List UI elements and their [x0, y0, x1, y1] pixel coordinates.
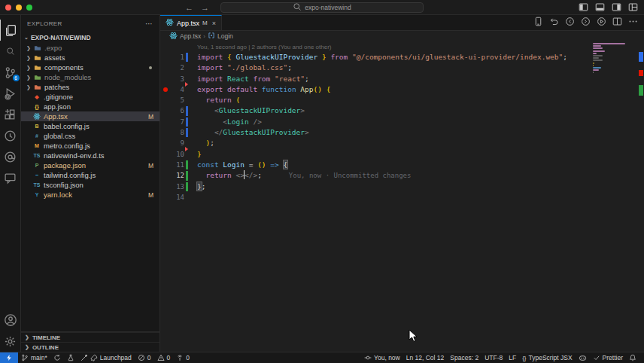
file-tree-item--gitignore[interactable]: ◆.gitignore [21, 92, 159, 102]
command-center-search[interactable]: expo-nativewind [220, 2, 424, 13]
code-line-8[interactable]: 8 </GluestackUIProvider> [160, 127, 644, 138]
file-tree-item-yarn-lock[interactable]: Yyarn.lockM [21, 190, 159, 200]
search-icon[interactable] [0, 41, 21, 62]
glyph-margin[interactable] [160, 160, 170, 170]
run-debug-icon[interactable] [0, 83, 21, 104]
glyph-margin[interactable] [160, 138, 170, 148]
file-tree-item-metro-config-js[interactable]: Mmetro.config.js [21, 141, 159, 151]
status-remote-indicator[interactable] [0, 352, 18, 363]
minimap[interactable] [593, 43, 626, 77]
explorer-icon[interactable] [0, 20, 21, 41]
live-preview-icon[interactable] [0, 125, 21, 146]
tab-app-tsx[interactable]: App.tsx M × [160, 15, 222, 30]
file-tree-item--expo[interactable]: ❯.expo [21, 43, 159, 53]
workspace-folder-header[interactable]: ⌄ EXPO-NATIVEWIND [21, 32, 159, 43]
file-tree-item-global-css[interactable]: #global.css [21, 131, 159, 141]
glyph-margin[interactable] [160, 149, 170, 160]
code-line-2[interactable]: 2import "./global.css"; [160, 63, 644, 73]
zoom-window-button[interactable] [26, 5, 32, 11]
status-problems-errors[interactable]: 0 [135, 352, 154, 363]
breadcrumb-symbol[interactable]: Login [217, 32, 233, 40]
file-tree-item-tailwind-config-js[interactable]: ~tailwind.config.js [21, 170, 159, 180]
toggle-primary-sidebar-icon[interactable] [579, 2, 588, 12]
discard-changes-icon[interactable] [549, 16, 559, 29]
status-eol[interactable]: LF [506, 352, 519, 363]
file-type-icon: P [33, 162, 41, 169]
source-control-icon[interactable]: 6 [0, 62, 21, 83]
status-gitlens-blame[interactable]: You, now [361, 352, 403, 363]
code-line-3[interactable]: 3import React from "react"; [160, 74, 644, 84]
extensions-icon[interactable] [0, 104, 21, 125]
code-line-1[interactable]: 1import { GluestackUIProvider } from "@/… [160, 52, 644, 63]
glyph-margin[interactable] [160, 95, 170, 105]
file-tree-item-babel-config-js[interactable]: Bbabel.config.js [21, 121, 159, 131]
code-line-11[interactable]: 11const Login = () => { [160, 160, 644, 170]
glyph-margin[interactable] [160, 182, 170, 192]
accounts-icon[interactable] [0, 310, 21, 331]
status-launchpad[interactable]: Launchpad [77, 352, 135, 363]
code-line-13[interactable]: 13}; [160, 182, 644, 192]
tab-close-icon[interactable]: × [212, 20, 216, 27]
glyph-margin[interactable] [160, 105, 170, 116]
glyph-margin[interactable] [160, 117, 170, 127]
file-tree-item-app-tsx[interactable]: App.tsxM [21, 111, 159, 121]
status-sync-changes[interactable] [50, 352, 64, 363]
settings-gear-icon[interactable] [0, 331, 21, 352]
section-outline[interactable]: ❯OUTLINE [21, 342, 159, 352]
glyph-margin[interactable] [160, 170, 170, 181]
file-tree-item-patches[interactable]: ❯patches [21, 82, 159, 92]
split-editor-icon[interactable] [612, 16, 622, 29]
file-tree-item-package-json[interactable]: Ppackage.jsonM [21, 160, 159, 170]
status-formatter-prettier[interactable]: Prettier [590, 352, 626, 363]
glyph-margin[interactable] [160, 127, 170, 138]
code-line-9[interactable]: 9 ); [160, 138, 644, 148]
history-back-button[interactable]: ← [185, 3, 193, 12]
copilot-chat-icon[interactable] [0, 146, 21, 167]
section-timeline[interactable]: ❯TIMELINE [21, 332, 159, 342]
go-back-icon[interactable] [565, 16, 575, 29]
code-line-12[interactable]: 12 return <></>;You, now · Uncommitted c… [160, 170, 644, 181]
close-window-button[interactable] [5, 5, 11, 11]
code-line-14[interactable]: 14 [160, 192, 644, 203]
code-line-6[interactable]: 6 <GluestackUIProvider> [160, 105, 644, 116]
code-line-5[interactable]: 5 return ( [160, 95, 644, 105]
run-on-device-icon[interactable] [533, 16, 543, 29]
run-file-icon[interactable] [597, 16, 606, 29]
breadcrumb-file[interactable]: App.tsx [180, 32, 201, 40]
file-tree-item-assets[interactable]: ❯assets [21, 53, 159, 63]
remote-explorer-icon[interactable] [0, 167, 21, 188]
file-tree-item-node-modules[interactable]: ❯node_modules [21, 72, 159, 82]
status-git-branch[interactable]: main* [18, 352, 50, 363]
more-actions-icon[interactable] [628, 16, 638, 29]
code-line-7[interactable]: 7 <Login /> [160, 117, 644, 127]
status-problems-warnings[interactable]: 0 [154, 352, 174, 363]
file-tree-item-nativewind-env-d-ts[interactable]: TSnativewind-env.d.ts [21, 151, 159, 160]
status-expo-tools[interactable] [64, 352, 77, 363]
minimize-window-button[interactable] [16, 5, 22, 11]
glyph-margin[interactable] [160, 192, 170, 203]
codelens-blame[interactable]: You, 1 second ago | 2 authors (You and o… [160, 41, 644, 52]
breakpoint-dot[interactable] [160, 84, 170, 95]
code-line-10[interactable]: 10} [160, 149, 644, 160]
code-editor[interactable]: You, 1 second ago | 2 authors (You and o… [160, 41, 644, 352]
status-copilot-status[interactable] [576, 352, 590, 363]
status-notifications-bell[interactable] [626, 352, 639, 363]
status-encoding[interactable]: UTF-8 [481, 352, 506, 363]
file-tree-item-tsconfig-json[interactable]: TStsconfig.json [21, 180, 159, 190]
toggle-panel-icon[interactable] [595, 2, 605, 12]
file-tree-item-components[interactable]: ❯components [21, 63, 159, 72]
glyph-margin[interactable] [160, 74, 170, 84]
status-ports[interactable]: 0 [173, 352, 193, 363]
history-forward-button[interactable]: → [201, 3, 209, 12]
status-language-mode[interactable]: {}TypeScript JSX [519, 352, 575, 363]
glyph-margin[interactable] [160, 63, 170, 73]
explorer-more-actions-icon[interactable]: ⋯ [145, 20, 153, 28]
toggle-secondary-sidebar-icon[interactable] [612, 2, 621, 12]
glyph-margin[interactable] [160, 52, 170, 63]
status-cursor-position[interactable]: Ln 12, Col 12 [403, 352, 448, 363]
go-forward-icon[interactable] [581, 16, 591, 29]
customize-layout-icon[interactable] [628, 2, 638, 12]
file-tree-item-app-json[interactable]: {}app.json [21, 102, 159, 111]
code-line-4[interactable]: 4export default function App() { [160, 84, 644, 95]
status-indentation[interactable]: Spaces: 2 [447, 352, 481, 363]
